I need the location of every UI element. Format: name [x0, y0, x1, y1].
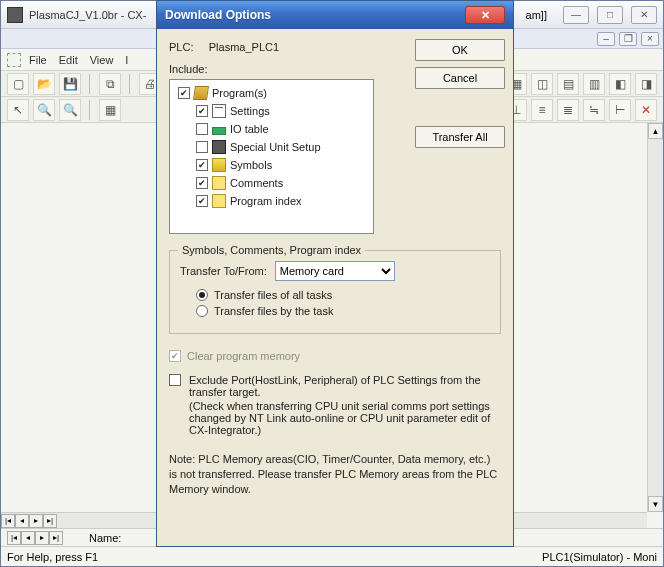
- checkbox-io-table[interactable]: [196, 123, 208, 135]
- mdi-minimize-icon[interactable]: –: [597, 32, 615, 46]
- radio-all-label: Transfer files of all tasks: [214, 289, 332, 301]
- tab-last-icon[interactable]: ▸|: [43, 514, 57, 528]
- copy-icon[interactable]: ⧉: [99, 73, 121, 95]
- dialog-body: OK Cancel Transfer All PLC: Plasma_PLC1 …: [157, 29, 513, 546]
- radio-by-label: Transfer files by the task: [214, 305, 333, 317]
- status-right: PLC1(Simulator) - Moni: [542, 551, 657, 563]
- status-bar: For Help, press F1 PLC1(Simulator) - Mon…: [1, 546, 663, 566]
- main-title-right: am]]: [526, 9, 547, 21]
- exclude-line2: (Check when transferring CPU unit serial…: [189, 400, 501, 436]
- radio-by-task[interactable]: Transfer files by the task: [196, 305, 490, 317]
- menu-view[interactable]: View: [86, 54, 118, 66]
- delete-icon[interactable]: ✕: [635, 99, 657, 121]
- checkbox-programs[interactable]: ✔: [178, 87, 190, 99]
- clear-memory-row: ✔ Clear program memory: [169, 350, 501, 362]
- dialog-title: Download Options: [165, 8, 459, 22]
- ok-button[interactable]: OK: [415, 39, 505, 61]
- comments-icon: [212, 176, 226, 190]
- clear-memory-label: Clear program memory: [187, 350, 300, 362]
- exclude-line1: Exclude Port(HostLink, Peripheral) of PL…: [189, 374, 501, 398]
- maximize-button[interactable]: □: [597, 6, 623, 24]
- menu-file[interactable]: File: [25, 54, 51, 66]
- mdi-close-icon[interactable]: ×: [641, 32, 659, 46]
- plc-value: Plasma_PLC1: [209, 41, 279, 53]
- tree-label: Program(s): [212, 87, 267, 99]
- checkbox-program-index[interactable]: ✔: [196, 195, 208, 207]
- menu-insert[interactable]: I: [121, 54, 132, 66]
- radio-by-icon[interactable]: [196, 305, 208, 317]
- tool-f-icon[interactable]: ◨: [635, 73, 657, 95]
- status-help: For Help, press F1: [7, 551, 98, 563]
- scroll-down-icon[interactable]: ▼: [648, 496, 663, 512]
- vertical-scrollbar[interactable]: ▲ ▼: [647, 123, 663, 512]
- dialog-titlebar: Download Options ✕: [157, 1, 513, 29]
- programs-icon: [193, 86, 209, 100]
- plc-label: PLC:: [169, 41, 193, 53]
- tabA-first-icon[interactable]: |◂: [7, 531, 21, 545]
- tree-label: Settings: [230, 105, 270, 117]
- transfer-label: Transfer To/From:: [180, 265, 267, 277]
- checkbox-exclude-port[interactable]: [169, 374, 181, 386]
- save-icon[interactable]: 💾: [59, 73, 81, 95]
- tabA-prev-icon[interactable]: ◂: [21, 531, 35, 545]
- transfer-group: Symbols, Comments, Program index Transfe…: [169, 250, 501, 334]
- radio-all-tasks[interactable]: Transfer files of all tasks: [196, 289, 490, 301]
- exclude-port-row: Exclude Port(HostLink, Peripheral) of PL…: [169, 374, 501, 436]
- tree-item-programs[interactable]: ✔ Program(s): [174, 84, 369, 102]
- tree-label: Program index: [230, 195, 302, 207]
- align-c-icon[interactable]: ≣: [557, 99, 579, 121]
- tool-c-icon[interactable]: ▤: [557, 73, 579, 95]
- checkbox-comments[interactable]: ✔: [196, 177, 208, 189]
- tabA-next-icon[interactable]: ▸: [35, 531, 49, 545]
- zoom-in-icon[interactable]: 🔍: [33, 99, 55, 121]
- align-e-icon[interactable]: ⊢: [609, 99, 631, 121]
- app-icon: [7, 7, 23, 23]
- transfer-select[interactable]: Memory card: [275, 261, 395, 281]
- dialog-close-button[interactable]: ✕: [465, 6, 505, 24]
- tree-item-settings[interactable]: ✔ Settings: [174, 102, 369, 120]
- checkbox-symbols[interactable]: ✔: [196, 159, 208, 171]
- align-b-icon[interactable]: ≡: [531, 99, 553, 121]
- checkbox-clear-memory: ✔: [169, 350, 181, 362]
- symbols-icon: [212, 158, 226, 172]
- scroll-up-icon[interactable]: ▲: [648, 123, 663, 139]
- radio-all-icon[interactable]: [196, 289, 208, 301]
- tree-label: Comments: [230, 177, 283, 189]
- tool-b-icon[interactable]: ◫: [531, 73, 553, 95]
- cursor-icon[interactable]: ↖: [7, 99, 29, 121]
- tree-item-special-unit[interactable]: Special Unit Setup: [174, 138, 369, 156]
- cancel-button[interactable]: Cancel: [415, 67, 505, 89]
- align-d-icon[interactable]: ≒: [583, 99, 605, 121]
- name-label: Name:: [89, 532, 121, 544]
- tab-prev-icon[interactable]: ◂: [15, 514, 29, 528]
- tree-label: IO table: [230, 123, 269, 135]
- tree-item-io-table[interactable]: IO table: [174, 120, 369, 138]
- tab-next-icon[interactable]: ▸: [29, 514, 43, 528]
- minimize-button[interactable]: —: [563, 6, 589, 24]
- tab-first-icon[interactable]: |◂: [1, 514, 15, 528]
- open-icon[interactable]: 📂: [33, 73, 55, 95]
- new-icon[interactable]: ▢: [7, 73, 29, 95]
- tree-item-program-index[interactable]: ✔ Program index: [174, 192, 369, 210]
- download-options-dialog: Download Options ✕ OK Cancel Transfer Al…: [156, 0, 514, 547]
- tool-d-icon[interactable]: ▥: [583, 73, 605, 95]
- tree-item-comments[interactable]: ✔ Comments: [174, 174, 369, 192]
- note-text: Note: PLC Memory areas(CIO, Timer/Counte…: [169, 452, 501, 497]
- close-button[interactable]: ✕: [631, 6, 657, 24]
- tabA-last-icon[interactable]: ▸|: [49, 531, 63, 545]
- tree-label: Special Unit Setup: [230, 141, 321, 153]
- settings-icon: [212, 104, 226, 118]
- tool-e-icon[interactable]: ◧: [609, 73, 631, 95]
- insert-icon[interactable]: [7, 53, 21, 67]
- include-tree: ✔ Program(s) ✔ Settings IO table Special…: [169, 79, 374, 234]
- grid-icon[interactable]: ▦: [99, 99, 121, 121]
- checkbox-special-unit[interactable]: [196, 141, 208, 153]
- transfer-all-button[interactable]: Transfer All: [415, 126, 505, 148]
- tree-item-symbols[interactable]: ✔ Symbols: [174, 156, 369, 174]
- menu-edit[interactable]: Edit: [55, 54, 82, 66]
- tree-label: Symbols: [230, 159, 272, 171]
- zoom-out-icon[interactable]: 🔍: [59, 99, 81, 121]
- checkbox-settings[interactable]: ✔: [196, 105, 208, 117]
- mdi-restore-icon[interactable]: ❐: [619, 32, 637, 46]
- program-index-icon: [212, 194, 226, 208]
